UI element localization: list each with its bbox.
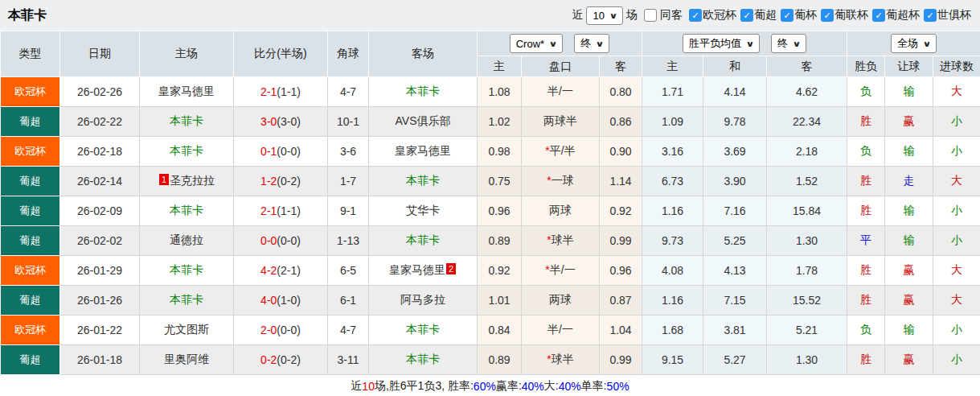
scope-value: 全场: [897, 36, 918, 51]
result-wdl-cell: 负: [847, 137, 885, 167]
summary-segment: 40%: [522, 380, 544, 393]
summary-segment: 单率:: [581, 379, 607, 394]
chevron-down-icon: ∨: [923, 39, 932, 48]
odds-away-cell: 0.80: [600, 77, 642, 107]
league-filters: ✓欧冠杯✓葡超✓葡杯✓葡联杯✓葡超杯✓世俱杯: [686, 8, 972, 23]
full-score: 1-2: [260, 175, 277, 188]
avg-state-select[interactable]: 终 ∨: [771, 34, 806, 53]
date-cell: 26-02-02: [60, 226, 140, 256]
summary-segment: 40%: [559, 380, 581, 393]
summary-footer: 近10场,胜6平1负3, 胜率:60% 赢率:40% 大:40% 单率:50%: [0, 375, 980, 396]
league-type-cell: 欧冠杯: [1, 77, 60, 107]
full-score: 2-0: [260, 324, 277, 336]
table-row: 葡超26-01-18里奥阿维0-2(0-2)3-11本菲卡0.89*球半0.99…: [1, 345, 980, 375]
full-score: 4-0: [260, 294, 277, 307]
chevron-down-icon: ∨: [609, 11, 617, 20]
recent-count-value: 10: [593, 10, 604, 22]
corner-cell: 1-13: [328, 226, 369, 256]
league-checkbox[interactable]: ✓: [872, 9, 885, 22]
col-header-handicap: 盘口: [522, 56, 600, 77]
score-cell: 2-0(0-0): [234, 316, 328, 345]
handicap-cell: *半/一: [522, 256, 600, 286]
scope-select[interactable]: 全场 ∨: [891, 34, 937, 53]
avg-home-cell: 4.08: [642, 256, 703, 286]
avg-draw-cell: 5.27: [703, 345, 767, 375]
home-team-cell: 里奥阿维: [140, 345, 234, 375]
away-team-name: AVS俱乐部: [396, 114, 451, 127]
league-checkbox[interactable]: ✓: [689, 9, 702, 22]
summary-segment: 场,胜6平1负3, 胜率:: [375, 379, 474, 394]
table-row: 欧冠杯26-01-29本菲卡4-2(2-1)6-5皇家马德里20.92*半/一0…: [1, 256, 980, 286]
corner-cell: 3-11: [328, 345, 369, 375]
score-cell: 0-0(0-0): [234, 226, 328, 256]
rank-badge: 1: [159, 174, 169, 185]
full-score: 0-2: [260, 353, 277, 366]
result-handicap-cell: 输: [885, 137, 933, 167]
odds-group-header: Crow* ∨ 终 ∨: [478, 31, 642, 56]
handicap-change-star: *: [547, 174, 551, 187]
league-filter-label: 葡超: [754, 8, 777, 23]
handicap-change-star: *: [545, 144, 549, 157]
summary-segment: 50%: [607, 380, 629, 393]
avg-odds-value: 胜平负均值: [689, 36, 741, 51]
home-team-name: 通德拉: [170, 233, 203, 246]
result-handicap-cell: 输: [885, 316, 933, 345]
date-cell: 26-02-22: [60, 107, 140, 137]
same-away-checkbox[interactable]: [644, 9, 657, 22]
league-checkbox[interactable]: ✓: [781, 9, 793, 22]
result-wdl-cell: 胜: [847, 107, 885, 137]
score-cell: 2-1(1-1): [234, 196, 328, 226]
league-checkbox[interactable]: ✓: [821, 9, 834, 22]
home-team-cell: 本菲卡: [140, 286, 234, 316]
away-team-cell: 皇家马德里2: [369, 256, 478, 286]
odds-home-cell: 0.84: [478, 316, 522, 345]
away-team-cell: 本菲卡: [369, 77, 478, 107]
chevron-down-icon: ∨: [549, 39, 558, 48]
near-label: 近: [572, 8, 583, 23]
result-goals-cell: 小: [933, 196, 980, 226]
half-score: (0-0): [277, 324, 301, 336]
score-cell: 0-1(0-0): [234, 137, 328, 167]
odds-state-select[interactable]: 终 ∨: [574, 34, 609, 53]
table-row: 葡超26-02-02通德拉0-0(0-0)1-13本菲卡0.89*球半0.999…: [1, 226, 980, 256]
summary-segment: 大:: [544, 379, 559, 394]
league-checkbox[interactable]: ✓: [924, 9, 937, 22]
away-team-name: 艾华卡: [406, 204, 440, 217]
col-header-home: 主场: [140, 31, 234, 77]
half-score: (1-0): [277, 294, 301, 307]
home-team-name: 本菲卡: [170, 114, 203, 127]
recent-count-select[interactable]: 10 ∨: [586, 6, 623, 25]
col-header-result-handicap: 让球: [885, 56, 933, 77]
full-score: 4-2: [260, 264, 277, 277]
avg-away-cell: 1.78: [767, 256, 847, 286]
away-team-name: 本菲卡: [406, 233, 440, 246]
avg-away-cell: 2.18: [767, 137, 847, 167]
odds-state-value: 终: [580, 36, 591, 51]
rank-badge: 2: [446, 263, 456, 274]
result-wdl-cell: 胜: [847, 167, 885, 196]
score-cell: 0-2(0-2): [234, 345, 328, 375]
col-header-odds-away: 客: [600, 56, 642, 77]
col-header-score: 比分(半场): [234, 31, 328, 77]
odds-company-select[interactable]: Crow* ∨: [510, 34, 564, 53]
date-cell: 26-01-29: [60, 256, 140, 286]
away-team-cell: 本菲卡: [369, 316, 478, 345]
summary-segment: 近: [351, 379, 362, 394]
avg-odds-select[interactable]: 胜平负均值 ∨: [683, 34, 760, 53]
score-cell: 4-2(2-1): [234, 256, 328, 286]
away-team-name: 本菲卡: [406, 174, 440, 187]
table-row: 欧冠杯26-02-26皇家马德里2-1(1-1)4-7本菲卡1.08半/一0.8…: [1, 77, 980, 107]
corner-cell: 3-6: [328, 137, 369, 167]
avg-draw-cell: 3.90: [703, 167, 767, 196]
same-away-label: 同客: [660, 8, 683, 23]
odds-away-cell: 0.92: [600, 196, 642, 226]
league-checkbox[interactable]: ✓: [740, 9, 753, 22]
league-filter-label: 葡联杯: [834, 8, 868, 23]
away-team-cell: 本菲卡: [369, 167, 478, 196]
odds-away-cell: 0.96: [600, 256, 642, 286]
result-wdl-cell: 胜: [847, 345, 885, 375]
handicap-cell: *平/半: [522, 137, 600, 167]
odds-home-cell: 0.96: [478, 196, 522, 226]
result-handicap-cell: 赢: [885, 256, 933, 286]
avg-draw-cell: 4.14: [703, 77, 767, 107]
